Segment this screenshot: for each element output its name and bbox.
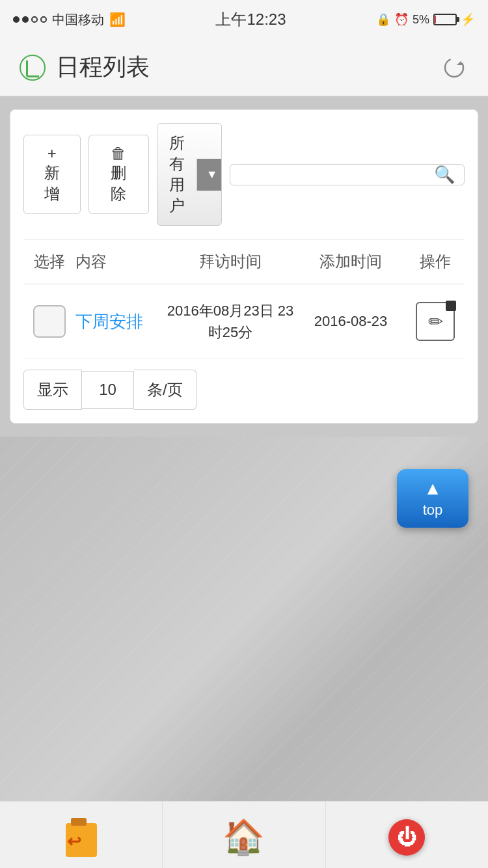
header-content: 内容	[75, 251, 165, 272]
clipboard-tab[interactable]: ↩	[0, 802, 163, 868]
logo-shield	[26, 61, 39, 77]
row-content-cell: 下周安排	[75, 310, 165, 333]
app-logo	[20, 55, 46, 81]
search-input[interactable]	[239, 165, 434, 183]
signal-dot-2	[22, 16, 29, 23]
nav-title-area: 日程列表	[20, 51, 150, 83]
battery-icon	[433, 14, 457, 25]
page-unit-label: 条/页	[134, 370, 197, 410]
header-select: 选择	[23, 251, 75, 272]
pagination-bar: 显示 条/页	[23, 370, 465, 410]
row-add-cell: 2016-08-23	[295, 313, 406, 330]
header-visit-time: 拜访时间	[165, 251, 295, 272]
lock-icon: 🔒	[376, 12, 390, 27]
battery-fill	[435, 16, 437, 23]
delete-button[interactable]: 🗑 删除	[88, 135, 149, 214]
toolbar: + 新增 🗑 删除 所有用户 ▼ 🔍	[23, 123, 465, 226]
signal-dot-1	[13, 16, 20, 23]
edit-button[interactable]	[416, 302, 455, 341]
header-action: 操作	[406, 251, 465, 272]
page-size-input[interactable]	[82, 371, 134, 409]
edit-overlay-icon	[446, 301, 456, 311]
row-checkbox[interactable]	[33, 305, 66, 338]
row-visit-cell: 2016年08月23日 23时25分	[165, 300, 295, 343]
filter-dropdown[interactable]: 所有用户 ▼	[157, 123, 222, 226]
row-select-cell	[23, 305, 75, 338]
home-icon: 🏠	[223, 817, 265, 857]
status-left: 中国移动 📶	[13, 11, 126, 29]
row-action-cell	[406, 302, 465, 341]
row-content-link[interactable]: 下周安排	[75, 312, 143, 331]
page-show-label: 显示	[23, 370, 82, 410]
search-icon[interactable]: 🔍	[434, 165, 455, 185]
row-add-time: 2016-08-23	[295, 313, 406, 330]
status-bar: 中国移动 📶 上午12:23 🔒 ⏰ 5% ⚡	[0, 0, 488, 39]
main-card: + 新增 🗑 删除 所有用户 ▼ 🔍 选择 内容 拜访时间 添加时间 操作 下周…	[10, 109, 478, 424]
signal-dots	[13, 16, 47, 23]
top-button[interactable]: ▲ top	[397, 469, 468, 528]
refresh-button[interactable]	[440, 53, 468, 82]
add-button[interactable]: + 新增	[23, 135, 81, 214]
filter-label: 所有用户	[157, 124, 197, 225]
power-tab[interactable]: ⏻	[326, 802, 488, 868]
wifi-icon: 📶	[109, 12, 126, 27]
signal-dot-3	[31, 16, 38, 23]
battery-percent: 5%	[413, 13, 429, 27]
search-box: 🔍	[230, 164, 465, 185]
status-right: 🔒 ⏰ 5% ⚡	[376, 12, 475, 27]
alarm-icon: ⏰	[394, 12, 409, 27]
signal-dot-4	[40, 16, 47, 23]
top-label: top	[423, 502, 443, 519]
bottom-tabs: ↩ 🏠 ⏻	[0, 801, 488, 868]
table-row: 下周安排 2016年08月23日 23时25分 2016-08-23	[23, 284, 465, 359]
home-tab[interactable]: 🏠	[163, 802, 325, 868]
nav-bar: 日程列表	[0, 39, 488, 96]
filter-arrow-icon: ▼	[197, 159, 222, 191]
page-title: 日程列表	[56, 51, 150, 83]
table-header: 选择 内容 拜访时间 添加时间 操作	[23, 239, 465, 284]
background-area: ▲ top	[0, 437, 488, 801]
status-time: 上午12:23	[215, 9, 286, 30]
svg-point-0	[445, 59, 463, 77]
carrier-label: 中国移动	[52, 11, 104, 29]
charging-icon: ⚡	[461, 12, 475, 27]
row-visit-time: 2016年08月23日 23时25分	[165, 300, 295, 343]
top-arrow-icon: ▲	[424, 478, 442, 499]
header-add-time: 添加时间	[295, 251, 406, 272]
